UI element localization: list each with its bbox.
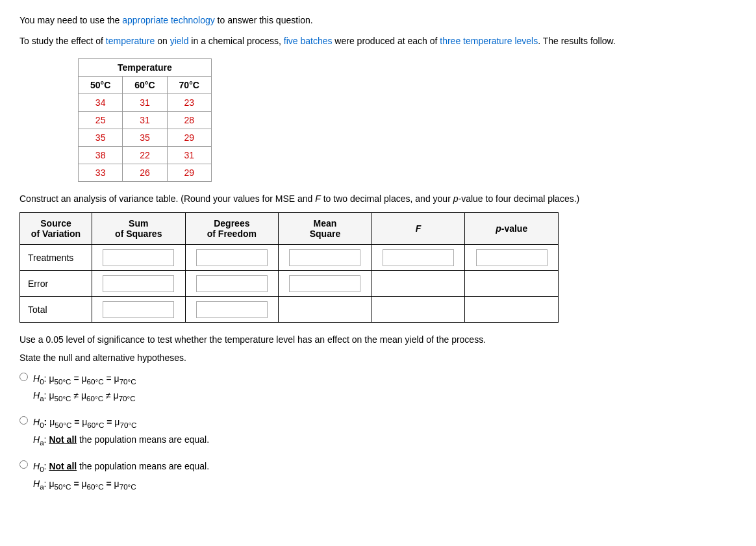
h0-label-2: H0: μ50°C = μ60°C = μ70°C: [33, 417, 136, 427]
col-header-ss: Sumof Squares: [92, 213, 185, 245]
input-treatments-pvalue[interactable]: [476, 249, 548, 266]
h0-line-1: H0: μ50°C = μ60°C = μ70°C: [33, 371, 136, 388]
table-row: 38 22 31: [79, 146, 212, 164]
cell-r2c2: 31: [123, 111, 167, 129]
cell-r4c1: 38: [79, 146, 123, 164]
cell-total-ms: [279, 297, 372, 323]
cell-error-ms: [279, 271, 372, 297]
cell-r1c1: 34: [79, 93, 123, 111]
anova-row-error: Error: [20, 271, 559, 297]
not-all-means: Not all: [49, 434, 77, 445]
cell-r3c2: 35: [123, 129, 167, 146]
cell-r1c2: 31: [123, 93, 167, 111]
h0-label-3: H0: Not all the population means are equ…: [33, 461, 209, 471]
hypothesis-option-3: H0: Not all the population means are equ…: [19, 458, 737, 493]
h0-label-1: H0: μ50°C = μ60°C = μ70°C: [33, 373, 136, 384]
hypothesis-block-3: H0: Not all the population means are equ…: [33, 458, 209, 493]
label-total: Total: [20, 297, 92, 323]
cell-treatments-f: [372, 245, 465, 271]
f-italic: F: [315, 193, 321, 204]
technology-link: technology: [171, 15, 215, 25]
input-treatments-ss[interactable]: [103, 249, 174, 266]
cell-error-ss: [92, 271, 185, 297]
h0-line-2: H0: μ50°C = μ60°C = μ70°C: [33, 414, 209, 432]
p-italic: p: [453, 193, 459, 204]
cell-total-f: [372, 297, 465, 323]
table-row: 35 35 29: [79, 129, 212, 146]
cell-treatments-ss: [92, 245, 185, 271]
cell-treatments-pvalue: [465, 245, 559, 271]
hypothesis-radio-2[interactable]: [19, 416, 28, 425]
significance-text: Use a 0.05 level of significance to test…: [19, 332, 737, 347]
anova-table: Sourceof Variation Sumof Squares Degrees…: [19, 212, 559, 323]
three-levels-highlight: three temperature levels: [440, 36, 538, 46]
cell-treatments-df: [185, 245, 279, 271]
five-batches-highlight: five batches: [284, 36, 333, 46]
intro-paragraph-1: You may need to use the appropriate tech…: [19, 13, 737, 27]
ha-line-3: Ha: μ50°C = μ60°C = μ70°C: [33, 476, 209, 493]
cell-r5c3: 29: [167, 164, 211, 181]
appropriate-link: appropriate: [122, 15, 168, 25]
temperature-table: Temperature 50°C 60°C 70°C 34 31 23 25 3…: [78, 58, 212, 182]
input-total-df[interactable]: [196, 301, 268, 318]
anova-row-treatments: Treatments: [20, 245, 559, 271]
temperature-header: Temperature: [79, 58, 212, 76]
input-error-ss[interactable]: [103, 275, 174, 292]
col-60c: 60°C: [123, 76, 167, 93]
not-all-h0: Not all: [49, 461, 77, 471]
input-treatments-df[interactable]: [196, 249, 268, 266]
h0-line-3: H0: Not all the population means are equ…: [33, 458, 209, 476]
cell-total-df: [185, 297, 279, 323]
col-header-source: Sourceof Variation: [20, 213, 92, 245]
col-header-df: Degreesof Freedom: [185, 213, 279, 245]
temperature-highlight: temperature: [106, 36, 155, 46]
hypothesis-block-1: H0: μ50°C = μ60°C = μ70°C Ha: μ50°C ≠ μ6…: [33, 371, 136, 406]
cell-total-pvalue: [465, 297, 559, 323]
label-error: Error: [20, 271, 92, 297]
state-hypotheses-text: State the null and alternative hypothese…: [19, 353, 737, 363]
cell-treatments-ms: [279, 245, 372, 271]
hypothesis-option-2: H0: μ50°C = μ60°C = μ70°C Ha: Not all th…: [19, 414, 737, 449]
hypothesis-option-1: H0: μ50°C = μ60°C = μ70°C Ha: μ50°C ≠ μ6…: [19, 371, 737, 406]
input-error-df[interactable]: [196, 275, 268, 292]
yield-highlight: yield: [170, 36, 189, 46]
anova-row-total: Total: [20, 297, 559, 323]
anova-instruction: Construct an analysis of variance table.…: [19, 192, 737, 206]
ha-line-2: Ha: Not all the population means are equ…: [33, 432, 209, 449]
cell-total-ss: [92, 297, 185, 323]
ha-label-2: Ha: Not all the population means are equ…: [33, 434, 209, 445]
cell-r1c3: 23: [167, 93, 211, 111]
hypothesis-radio-1[interactable]: [19, 373, 28, 381]
cell-error-df: [185, 271, 279, 297]
table-row: 34 31 23: [79, 93, 212, 111]
input-treatments-ms[interactable]: [289, 249, 360, 266]
cell-r2c3: 28: [167, 111, 211, 129]
label-treatments: Treatments: [20, 245, 92, 271]
cell-r4c2: 22: [123, 146, 167, 164]
temperature-table-wrapper: Temperature 50°C 60°C 70°C 34 31 23 25 3…: [78, 58, 737, 182]
ha-label-3: Ha: μ50°C = μ60°C = μ70°C: [33, 478, 136, 489]
hypothesis-block-2: H0: μ50°C = μ60°C = μ70°C Ha: Not all th…: [33, 414, 209, 449]
ha-label-1: Ha: μ50°C ≠ μ60°C ≠ μ70°C: [33, 390, 136, 401]
cell-error-f: [372, 271, 465, 297]
input-error-ms[interactable]: [289, 275, 360, 292]
cell-error-pvalue: [465, 271, 559, 297]
col-70c: 70°C: [167, 76, 211, 93]
cell-r3c3: 29: [167, 129, 211, 146]
cell-r5c2: 26: [123, 164, 167, 181]
input-total-ss[interactable]: [103, 301, 174, 318]
cell-r5c1: 33: [79, 164, 123, 181]
cell-r4c3: 31: [167, 146, 211, 164]
table-row: 33 26 29: [79, 164, 212, 181]
col-50c: 50°C: [79, 76, 123, 93]
col-header-f: F: [372, 213, 465, 245]
col-header-pvalue: p-value: [465, 213, 559, 245]
cell-r2c1: 25: [79, 111, 123, 129]
table-row: 25 31 28: [79, 111, 212, 129]
cell-r3c1: 35: [79, 129, 123, 146]
hypothesis-radio-3[interactable]: [19, 460, 28, 469]
col-header-ms: MeanSquare: [279, 213, 372, 245]
ha-line-1: Ha: μ50°C ≠ μ60°C ≠ μ70°C: [33, 388, 136, 405]
intro-paragraph-2: To study the effect of temperature on yi…: [19, 34, 737, 48]
input-treatments-f[interactable]: [383, 249, 454, 266]
